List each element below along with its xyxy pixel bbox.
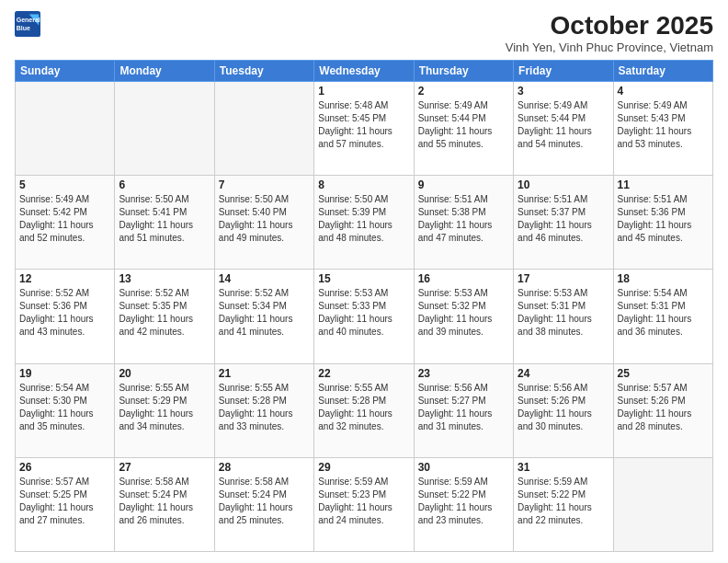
calendar-cell	[613, 457, 712, 551]
calendar-cell: 14Sunrise: 5:52 AM Sunset: 5:34 PM Dayli…	[214, 270, 313, 363]
day-info: Sunrise: 5:51 AM Sunset: 5:36 PM Dayligh…	[618, 193, 709, 245]
day-info: Sunrise: 5:50 AM Sunset: 5:41 PM Dayligh…	[119, 193, 210, 245]
day-info: Sunrise: 5:56 AM Sunset: 5:27 PM Dayligh…	[418, 382, 509, 433]
calendar-cell	[115, 82, 214, 176]
day-info: Sunrise: 5:49 AM Sunset: 5:43 PM Dayligh…	[618, 99, 709, 151]
day-number: 13	[119, 272, 210, 285]
calendar-cell: 22Sunrise: 5:55 AM Sunset: 5:28 PM Dayli…	[314, 363, 414, 457]
calendar-cell: 28Sunrise: 5:58 AM Sunset: 5:24 PM Dayli…	[214, 457, 313, 551]
calendar-cell: 7Sunrise: 5:50 AM Sunset: 5:40 PM Daylig…	[214, 176, 313, 270]
logo-icon: General Blue	[15, 11, 40, 37]
day-info: Sunrise: 5:49 AM Sunset: 5:44 PM Dayligh…	[418, 99, 509, 151]
day-number: 17	[518, 272, 609, 285]
month-title: October 2025	[506, 11, 713, 40]
calendar-cell: 24Sunrise: 5:56 AM Sunset: 5:26 PM Dayli…	[514, 363, 613, 457]
day-number: 28	[219, 461, 310, 474]
day-number: 18	[618, 272, 709, 285]
day-info: Sunrise: 5:54 AM Sunset: 5:31 PM Dayligh…	[618, 287, 709, 339]
day-number: 20	[119, 367, 210, 380]
day-info: Sunrise: 5:51 AM Sunset: 5:37 PM Dayligh…	[518, 193, 609, 245]
day-number: 1	[318, 85, 409, 98]
day-number: 4	[618, 85, 709, 98]
calendar-cell: 1Sunrise: 5:48 AM Sunset: 5:45 PM Daylig…	[314, 82, 414, 176]
calendar-cell: 4Sunrise: 5:49 AM Sunset: 5:43 PM Daylig…	[613, 82, 712, 176]
day-number: 23	[418, 367, 509, 380]
day-info: Sunrise: 5:55 AM Sunset: 5:28 PM Dayligh…	[219, 382, 310, 433]
day-info: Sunrise: 5:57 AM Sunset: 5:26 PM Dayligh…	[618, 382, 709, 433]
calendar-cell: 12Sunrise: 5:52 AM Sunset: 5:36 PM Dayli…	[16, 270, 115, 363]
day-info: Sunrise: 5:50 AM Sunset: 5:40 PM Dayligh…	[219, 193, 310, 245]
day-info: Sunrise: 5:58 AM Sunset: 5:24 PM Dayligh…	[119, 476, 210, 527]
calendar-cell: 11Sunrise: 5:51 AM Sunset: 5:36 PM Dayli…	[613, 176, 712, 270]
calendar-cell: 6Sunrise: 5:50 AM Sunset: 5:41 PM Daylig…	[115, 176, 214, 270]
calendar: SundayMondayTuesdayWednesdayThursdayFrid…	[15, 60, 713, 552]
logo: General Blue	[15, 11, 40, 37]
title-area: October 2025 Vinh Yen, Vinh Phuc Provinc…	[506, 11, 713, 54]
day-info: Sunrise: 5:55 AM Sunset: 5:28 PM Dayligh…	[318, 382, 409, 433]
day-number: 21	[219, 367, 310, 380]
calendar-cell: 17Sunrise: 5:53 AM Sunset: 5:31 PM Dayli…	[514, 270, 613, 363]
calendar-cell: 26Sunrise: 5:57 AM Sunset: 5:25 PM Dayli…	[16, 457, 115, 551]
day-info: Sunrise: 5:53 AM Sunset: 5:33 PM Dayligh…	[318, 287, 409, 339]
day-number: 5	[19, 178, 110, 191]
day-info: Sunrise: 5:57 AM Sunset: 5:25 PM Dayligh…	[19, 476, 110, 527]
calendar-week-1: 1Sunrise: 5:48 AM Sunset: 5:45 PM Daylig…	[16, 82, 713, 176]
calendar-cell: 2Sunrise: 5:49 AM Sunset: 5:44 PM Daylig…	[414, 82, 513, 176]
day-number: 14	[219, 272, 310, 285]
day-number: 9	[418, 178, 509, 191]
calendar-cell: 25Sunrise: 5:57 AM Sunset: 5:26 PM Dayli…	[613, 363, 712, 457]
calendar-week-2: 5Sunrise: 5:49 AM Sunset: 5:42 PM Daylig…	[16, 176, 713, 270]
day-info: Sunrise: 5:49 AM Sunset: 5:44 PM Dayligh…	[518, 99, 609, 151]
day-number: 3	[518, 85, 609, 98]
day-number: 19	[19, 367, 110, 380]
day-info: Sunrise: 5:53 AM Sunset: 5:31 PM Dayligh…	[518, 287, 609, 339]
calendar-week-4: 19Sunrise: 5:54 AM Sunset: 5:30 PM Dayli…	[16, 363, 713, 457]
day-info: Sunrise: 5:59 AM Sunset: 5:22 PM Dayligh…	[418, 476, 509, 527]
day-number: 11	[618, 178, 709, 191]
day-info: Sunrise: 5:59 AM Sunset: 5:23 PM Dayligh…	[318, 476, 409, 527]
day-number: 15	[318, 272, 409, 285]
calendar-cell: 9Sunrise: 5:51 AM Sunset: 5:38 PM Daylig…	[414, 176, 513, 270]
day-info: Sunrise: 5:52 AM Sunset: 5:35 PM Dayligh…	[119, 287, 210, 339]
calendar-cell	[16, 82, 115, 176]
day-number: 10	[518, 178, 609, 191]
svg-text:Blue: Blue	[17, 25, 30, 31]
day-number: 25	[618, 367, 709, 380]
day-info: Sunrise: 5:55 AM Sunset: 5:29 PM Dayligh…	[119, 382, 210, 433]
day-info: Sunrise: 5:53 AM Sunset: 5:32 PM Dayligh…	[418, 287, 509, 339]
calendar-cell: 31Sunrise: 5:59 AM Sunset: 5:22 PM Dayli…	[514, 457, 613, 551]
calendar-cell: 20Sunrise: 5:55 AM Sunset: 5:29 PM Dayli…	[115, 363, 214, 457]
weekday-header-row: SundayMondayTuesdayWednesdayThursdayFrid…	[16, 61, 713, 82]
svg-text:General: General	[17, 17, 40, 23]
day-info: Sunrise: 5:49 AM Sunset: 5:42 PM Dayligh…	[19, 193, 110, 245]
calendar-cell: 27Sunrise: 5:58 AM Sunset: 5:24 PM Dayli…	[115, 457, 214, 551]
day-number: 12	[19, 272, 110, 285]
calendar-cell: 3Sunrise: 5:49 AM Sunset: 5:44 PM Daylig…	[514, 82, 613, 176]
day-info: Sunrise: 5:56 AM Sunset: 5:26 PM Dayligh…	[518, 382, 609, 433]
day-info: Sunrise: 5:52 AM Sunset: 5:36 PM Dayligh…	[19, 287, 110, 339]
day-info: Sunrise: 5:54 AM Sunset: 5:30 PM Dayligh…	[19, 382, 110, 433]
day-info: Sunrise: 5:48 AM Sunset: 5:45 PM Dayligh…	[318, 99, 409, 151]
day-number: 29	[318, 461, 409, 474]
day-info: Sunrise: 5:59 AM Sunset: 5:22 PM Dayligh…	[518, 476, 609, 527]
calendar-cell: 5Sunrise: 5:49 AM Sunset: 5:42 PM Daylig…	[16, 176, 115, 270]
day-number: 2	[418, 85, 509, 98]
calendar-cell: 29Sunrise: 5:59 AM Sunset: 5:23 PM Dayli…	[314, 457, 414, 551]
calendar-week-3: 12Sunrise: 5:52 AM Sunset: 5:36 PM Dayli…	[16, 270, 713, 363]
day-number: 31	[518, 461, 609, 474]
page: General Blue October 2025 Vinh Yen, Vinh…	[0, 0, 728, 563]
weekday-header-saturday: Saturday	[613, 61, 712, 82]
calendar-cell: 30Sunrise: 5:59 AM Sunset: 5:22 PM Dayli…	[414, 457, 513, 551]
day-number: 16	[418, 272, 509, 285]
subtitle: Vinh Yen, Vinh Phuc Province, Vietnam	[506, 40, 713, 54]
calendar-cell: 8Sunrise: 5:50 AM Sunset: 5:39 PM Daylig…	[314, 176, 414, 270]
day-number: 8	[318, 178, 409, 191]
calendar-cell: 23Sunrise: 5:56 AM Sunset: 5:27 PM Dayli…	[414, 363, 513, 457]
calendar-cell: 21Sunrise: 5:55 AM Sunset: 5:28 PM Dayli…	[214, 363, 313, 457]
weekday-header-tuesday: Tuesday	[214, 61, 313, 82]
day-number: 24	[518, 367, 609, 380]
day-number: 30	[418, 461, 509, 474]
calendar-week-5: 26Sunrise: 5:57 AM Sunset: 5:25 PM Dayli…	[16, 457, 713, 551]
calendar-cell	[214, 82, 313, 176]
weekday-header-thursday: Thursday	[414, 61, 513, 82]
